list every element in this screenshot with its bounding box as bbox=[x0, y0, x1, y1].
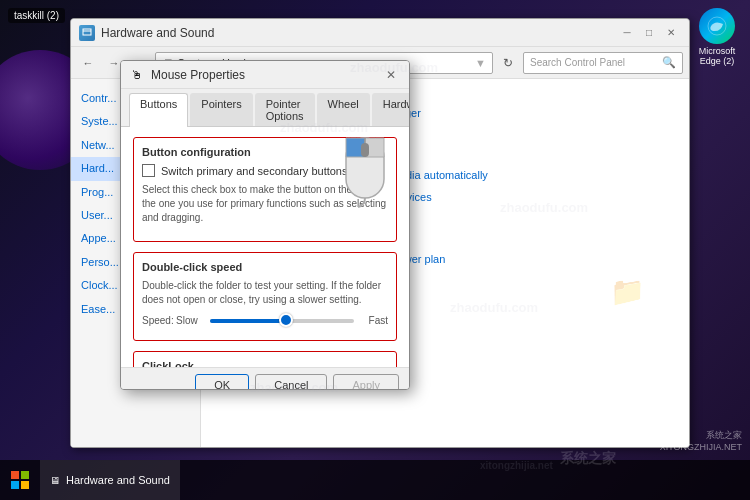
dialog-footer: OK Cancel Apply bbox=[121, 367, 409, 390]
search-box[interactable]: Search Control Panel 🔍 bbox=[523, 52, 683, 74]
dialog-title: Mouse Properties bbox=[151, 68, 381, 82]
fast-label: Fast bbox=[360, 315, 388, 326]
speed-slider[interactable] bbox=[210, 319, 354, 323]
svg-rect-7 bbox=[21, 471, 29, 479]
switch-buttons-checkbox[interactable] bbox=[142, 164, 155, 177]
refresh-button[interactable]: ↻ bbox=[497, 52, 519, 74]
tab-buttons[interactable]: Buttons bbox=[129, 93, 188, 127]
search-placeholder: Search Control Panel bbox=[530, 57, 625, 68]
tab-pointer-options[interactable]: Pointer Options bbox=[255, 93, 315, 126]
svg-rect-6 bbox=[11, 471, 19, 479]
speed-text-label: Speed: bbox=[142, 315, 170, 326]
ok-button[interactable]: OK bbox=[195, 374, 249, 390]
dialog-content: Button configuration Switch primary and … bbox=[121, 127, 409, 367]
slow-label: Slow bbox=[176, 315, 204, 326]
taskbar-hw-item[interactable]: 🖥 Hardware and Sound bbox=[40, 460, 180, 500]
double-click-desc: Double-click the folder to test your set… bbox=[142, 279, 388, 307]
mouse-properties-dialog: 🖱 Mouse Properties ✕ Buttons Pointers Po… bbox=[120, 60, 410, 390]
tab-hardware[interactable]: Hardware bbox=[372, 93, 410, 126]
tab-wheel[interactable]: Wheel bbox=[317, 93, 370, 126]
svg-rect-1 bbox=[83, 29, 91, 35]
switch-buttons-label: Switch primary and secondary buttons bbox=[161, 165, 347, 177]
svg-rect-9 bbox=[21, 481, 29, 489]
dialog-close-button[interactable]: ✕ bbox=[381, 65, 401, 85]
edge-browser-icon bbox=[699, 8, 735, 44]
clicklock-section: ClickLock Turn on ClickLock Settings... … bbox=[133, 351, 397, 367]
folder-icon: 📁 bbox=[610, 275, 645, 308]
mouse-dialog-icon: 🖱 bbox=[129, 67, 145, 83]
apply-button[interactable]: Apply bbox=[333, 374, 399, 390]
sys-badge: 系统之家XITONGZHIJIA.NET bbox=[660, 429, 742, 452]
hw-window-icon bbox=[79, 25, 95, 41]
edge-label: MicrosoftEdge (2) bbox=[699, 46, 736, 66]
hw-maximize-button[interactable]: □ bbox=[639, 23, 659, 43]
start-button[interactable] bbox=[0, 460, 40, 500]
taskbar: 🖥 Hardware and Sound bbox=[0, 460, 750, 500]
mouse-illustration bbox=[338, 133, 393, 208]
hw-close-button[interactable]: ✕ bbox=[661, 23, 681, 43]
svg-rect-5 bbox=[361, 143, 369, 157]
hw-minimize-button[interactable]: ─ bbox=[617, 23, 637, 43]
back-button[interactable]: ← bbox=[77, 52, 99, 74]
hw-titlebar-controls: ─ □ ✕ bbox=[617, 23, 681, 43]
double-click-label: Double-click speed bbox=[142, 261, 388, 273]
dialog-tabs: Buttons Pointers Pointer Options Wheel H… bbox=[121, 89, 409, 127]
taskkill-badge: taskkill (2) bbox=[8, 8, 65, 23]
tab-pointers[interactable]: Pointers bbox=[190, 93, 252, 126]
taskbar-hw-icon: 🖥 bbox=[50, 475, 60, 486]
search-icon: 🔍 bbox=[662, 56, 676, 69]
clicklock-label: ClickLock bbox=[142, 360, 388, 367]
svg-rect-8 bbox=[11, 481, 19, 489]
hw-window-title: Hardware and Sound bbox=[101, 26, 617, 40]
hw-titlebar: Hardware and Sound ─ □ ✕ bbox=[71, 19, 689, 47]
cancel-button[interactable]: Cancel bbox=[255, 374, 327, 390]
double-click-section: Double-click speed Double-click the fold… bbox=[133, 252, 397, 341]
dialog-titlebar: 🖱 Mouse Properties ✕ bbox=[121, 61, 409, 89]
taskbar-hw-label: Hardware and Sound bbox=[66, 474, 170, 486]
edge-icon-container[interactable]: MicrosoftEdge (2) bbox=[692, 8, 742, 68]
speed-slider-fill bbox=[210, 319, 289, 323]
buttons-tab-content: Button configuration Switch primary and … bbox=[133, 137, 397, 367]
speed-row: Speed: Slow Fast bbox=[142, 315, 388, 326]
desktop: taskkill (2) MicrosoftEdge (2) Hardware … bbox=[0, 0, 750, 500]
speed-slider-thumb[interactable] bbox=[279, 313, 293, 327]
